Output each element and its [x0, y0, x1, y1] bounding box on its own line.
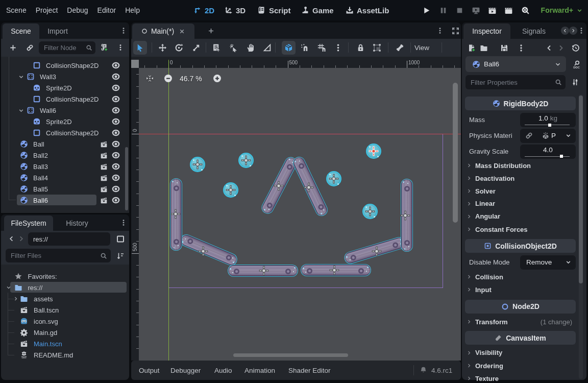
fold-icon[interactable]: [13, 296, 19, 302]
inspector-group-transform[interactable]: Transform(1 change): [466, 316, 579, 328]
zoom-in-button[interactable]: [213, 74, 222, 83]
inspector-category-node2d[interactable]: Node2D: [465, 300, 576, 314]
scene-tab-main[interactable]: Main(*): [132, 23, 194, 39]
inspector-forward-button[interactable]: [569, 27, 577, 35]
chevron-down-icon[interactable]: [565, 259, 572, 266]
visibility-icon[interactable]: [112, 185, 120, 193]
open-scene-icon[interactable]: [100, 185, 108, 193]
new-scene-tab-button[interactable]: [208, 28, 214, 34]
workspace-script[interactable]: Script: [258, 0, 291, 20]
open-scene-icon[interactable]: [100, 152, 108, 159]
open-scene-icon[interactable]: [100, 140, 108, 148]
play-button[interactable]: [422, 6, 431, 15]
inspector-group-angular[interactable]: Angular: [466, 210, 579, 223]
bottom-tab-shader-editor[interactable]: Shader Editor: [283, 361, 336, 380]
visibility-icon[interactable]: [112, 162, 120, 171]
dock-menu-icon[interactable]: [120, 219, 127, 226]
bottom-tab-animation[interactable]: Animation: [239, 361, 280, 380]
inspector-tab-signals[interactable]: Signals: [511, 23, 556, 39]
workspace-game[interactable]: Game: [301, 0, 334, 20]
scene-dock-tab-scene[interactable]: Scene: [3, 23, 39, 39]
fs-tree-row-readme-md[interactable]: TXTREADME.md: [1, 349, 129, 361]
movie-maker-button[interactable]: [504, 6, 513, 15]
add-node-button[interactable]: [9, 44, 17, 52]
dock-menu-icon[interactable]: [120, 27, 127, 34]
ruler-tool[interactable]: [260, 41, 274, 55]
inspector-group-ordering[interactable]: Ordering: [466, 360, 579, 372]
select-tool[interactable]: [133, 41, 147, 55]
center-view-button[interactable]: [146, 75, 154, 82]
fs-sort-button[interactable]: [116, 252, 125, 260]
inspector-category-canvasitem[interactable]: CanvasItem: [465, 331, 576, 345]
stop-button[interactable]: [455, 6, 464, 15]
filesystem-dock-tab-filesystem[interactable]: FileSystem: [4, 216, 53, 231]
inspector-group-collision[interactable]: Collision: [466, 271, 579, 283]
node-selector[interactable]: Ball6: [465, 56, 566, 72]
collapse-icon[interactable]: [18, 107, 24, 114]
inspector-group-solver[interactable]: Solver: [466, 185, 579, 198]
notifications-button[interactable]: [420, 366, 427, 374]
visibility-icon[interactable]: [112, 174, 120, 182]
menu-debug[interactable]: Debug: [62, 0, 92, 20]
scene-tree-row-wall3[interactable]: Wall3: [1, 71, 129, 82]
attach-script-button[interactable]: [100, 43, 108, 52]
fs-tree-row-assets[interactable]: assets: [1, 293, 129, 304]
inspector-back-button[interactable]: [561, 27, 569, 35]
open-documentation-button[interactable]: DOC: [572, 60, 581, 69]
renderer-info-button[interactable]: [521, 6, 530, 15]
scene-tree-scrollbar[interactable]: [125, 147, 128, 210]
fold-icon[interactable]: [6, 284, 12, 291]
pause-button[interactable]: [439, 6, 448, 15]
scene-tree-row-ball4[interactable]: Ball4: [1, 172, 129, 183]
scene-tree-row-ball3[interactable]: Ball3: [1, 161, 129, 172]
load-resource-button[interactable]: [480, 44, 488, 52]
run-movie-button[interactable]: [488, 6, 497, 15]
bottom-tab-output[interactable]: Output: [134, 361, 165, 380]
inspector-group-constant-forces[interactable]: Constant Forces: [466, 223, 579, 236]
distraction-free-button[interactable]: [452, 27, 459, 35]
save-resource-button[interactable]: [500, 44, 508, 52]
rotate-tool[interactable]: [172, 41, 186, 55]
resource-menu-button[interactable]: [517, 44, 525, 52]
slider-knob[interactable]: [560, 155, 563, 158]
slider-track[interactable]: [525, 125, 570, 125]
workspace-2d[interactable]: 2D: [193, 0, 214, 20]
close-icon[interactable]: [179, 28, 185, 35]
open-scene-icon[interactable]: [100, 174, 108, 182]
scene-tree-row-collisionshape2d[interactable]: CollisionShape2D: [1, 127, 129, 138]
scene-tree-row-ball2[interactable]: Ball2: [1, 150, 129, 161]
property-value-gravity-scale[interactable]: 4.0: [520, 145, 576, 159]
chevron-down-icon[interactable]: [565, 132, 572, 139]
viewport-hscrollbar[interactable]: [233, 353, 348, 357]
history-menu-button[interactable]: [572, 44, 580, 52]
snap-cube-toggle[interactable]: [282, 41, 296, 55]
embedded-game-button[interactable]: [472, 6, 480, 15]
inspector-category-collisionobject2d[interactable]: CollisionObject2D: [465, 239, 576, 253]
inspector-group-deactivation[interactable]: Deactivation: [466, 172, 579, 185]
history-back-button[interactable]: [545, 44, 553, 52]
snap-options-menu[interactable]: [331, 41, 345, 55]
new-resource-button[interactable]: [468, 44, 476, 52]
history-forward-button[interactable]: [557, 44, 565, 52]
scene-tree-menu-icon[interactable]: [117, 44, 124, 51]
fs-forward-button[interactable]: [17, 235, 25, 243]
inspector-group-input[interactable]: Input: [466, 283, 579, 296]
inspector-tab-inspector[interactable]: Inspector: [463, 23, 510, 39]
viewport-vscrollbar[interactable]: [453, 83, 458, 223]
fs-tree-row-favorites-[interactable]: Favorites:: [1, 271, 129, 282]
property-value-disable-mode[interactable]: Remove: [520, 255, 576, 270]
workspace-assetlib[interactable]: AssetLib: [346, 0, 389, 20]
canvas-2d[interactable]: 46.7 %: [139, 68, 461, 361]
filesystem-dock-tab-history[interactable]: History: [54, 216, 100, 231]
workspace-3d[interactable]: 3D: [225, 0, 246, 20]
scene-tree-row-sprite2d[interactable]: Sprite2D: [1, 116, 129, 127]
menu-editor[interactable]: Editor: [93, 0, 121, 20]
zoom-percent[interactable]: 46.7 %: [180, 75, 202, 83]
visibility-icon[interactable]: [112, 140, 120, 148]
visibility-icon[interactable]: [112, 151, 120, 159]
scene-tree-row-ball[interactable]: Ball: [1, 138, 129, 150]
dock-menu-icon[interactable]: [578, 27, 585, 34]
filter-node-input[interactable]: Filter Node: [39, 41, 95, 54]
scale-tool[interactable]: [189, 41, 203, 55]
menu-help[interactable]: Help: [120, 0, 144, 20]
